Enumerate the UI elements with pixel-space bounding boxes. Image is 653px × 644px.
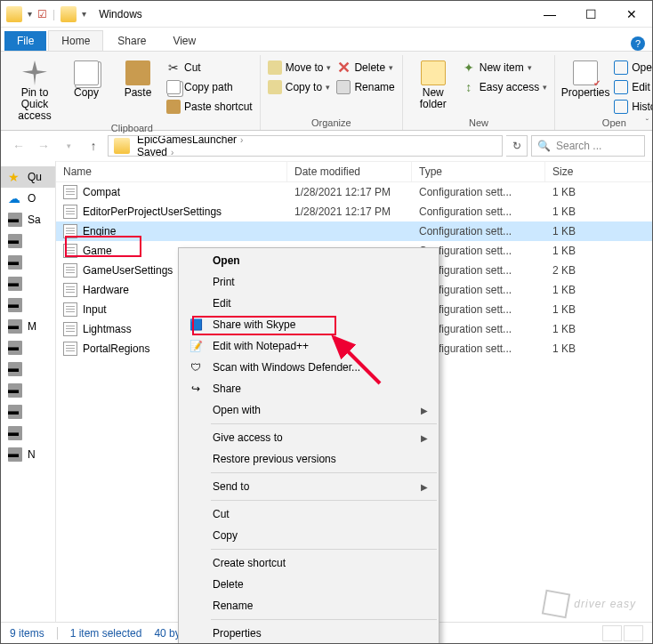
nav-item[interactable]: ▬ xyxy=(1,230,55,252)
refresh-button[interactable]: ↻ xyxy=(506,135,528,157)
edit-button[interactable]: Edit xyxy=(614,78,653,96)
file-icon xyxy=(63,263,77,278)
breadcrumb-segment[interactable]: Saved› xyxy=(135,146,245,157)
nav-item[interactable]: ▬N xyxy=(1,444,55,465)
view-thumbnails-button[interactable] xyxy=(624,625,643,641)
context-menu-item[interactable]: Restore previous versions xyxy=(181,448,437,470)
nav-item[interactable]: ▬Sa xyxy=(1,209,55,230)
nav-item[interactable]: ★Qu xyxy=(1,166,55,188)
nav-forward-button[interactable]: → xyxy=(33,135,54,157)
nav-up-button[interactable]: ↑ xyxy=(83,135,104,157)
new-folder-button[interactable]: New folder xyxy=(410,55,456,110)
rename-icon xyxy=(336,80,351,94)
open-button[interactable]: Open▾ xyxy=(614,59,653,76)
context-menu-item[interactable]: Give access to▶ xyxy=(181,427,437,448)
context-menu-item[interactable]: Copy xyxy=(181,525,437,546)
properties-icon xyxy=(573,60,598,85)
ribbon-tabs: File Home Share View ? xyxy=(1,28,652,51)
paste-icon xyxy=(125,60,150,85)
col-date[interactable]: Date modified xyxy=(287,162,412,181)
breadcrumb-segment[interactable]: EpicGamesLauncher› xyxy=(135,135,245,146)
move-to-button[interactable]: Move to▾ xyxy=(268,59,332,76)
cut-button[interactable]: ✂Cut xyxy=(166,59,253,76)
nav-recent-button[interactable]: ▾ xyxy=(58,135,79,157)
nav-item[interactable]: ▬ xyxy=(1,380,55,401)
context-menu-item[interactable]: Open with▶ xyxy=(181,399,437,421)
context-menu-item[interactable]: Create shortcut xyxy=(181,552,437,574)
tab-file[interactable]: File xyxy=(4,31,46,51)
paste-shortcut-button[interactable]: Paste shortcut xyxy=(166,98,253,116)
qat-dropdown-icon[interactable]: ▾ xyxy=(28,9,32,19)
context-menu: OpenPrintEdit🟦Share with Skype📝Edit with… xyxy=(178,247,439,644)
context-menu-item[interactable]: Delete xyxy=(181,574,437,595)
search-input[interactable]: 🔍 Search ... xyxy=(531,135,645,157)
easy-access-button[interactable]: ↕Easy access▾ xyxy=(462,78,547,96)
minimize-button[interactable]: — xyxy=(529,1,570,28)
context-menu-item[interactable]: Edit xyxy=(181,293,437,314)
menu-item-label: Restore previous versions xyxy=(213,453,428,465)
nav-item[interactable]: ▬ xyxy=(1,273,55,294)
file-name: GameUserSettings xyxy=(83,264,173,277)
tab-home[interactable]: Home xyxy=(48,30,103,51)
group-organize: Move to▾ Copy to▾ ✕Delete▾ Rename Organi… xyxy=(261,55,403,130)
qat-dropdown-icon[interactable]: ▾ xyxy=(82,9,86,19)
col-size[interactable]: Size xyxy=(545,162,652,181)
file-row[interactable]: EditorPerProjectUserSettings1/28/2021 12… xyxy=(56,202,652,221)
cut-icon: ✂ xyxy=(166,60,181,75)
menu-item-label: Cut xyxy=(213,508,428,520)
qat-check-icon[interactable]: ☑ xyxy=(37,8,47,20)
menu-item-label: Properties xyxy=(213,627,428,640)
context-menu-item[interactable]: Send to▶ xyxy=(181,476,437,497)
col-type[interactable]: Type xyxy=(412,162,545,181)
column-headers[interactable]: Name Date modified Type Size xyxy=(56,161,652,182)
context-menu-item[interactable]: Cut xyxy=(181,503,437,525)
paste-button[interactable]: Paste xyxy=(115,55,161,99)
file-type: Configuration sett... xyxy=(412,225,545,237)
group-clipboard: Pin to Quick access Copy Paste ✂Cut Copy… xyxy=(4,55,261,130)
properties-button[interactable]: Properties xyxy=(562,55,609,99)
copy-button[interactable]: Copy xyxy=(63,55,109,99)
context-menu-item[interactable]: Rename xyxy=(181,595,437,616)
star-icon: ★ xyxy=(8,170,22,184)
history-button[interactable]: History xyxy=(614,98,653,116)
view-details-button[interactable] xyxy=(602,625,622,641)
context-menu-item[interactable]: 🛡Scan with Windows Defender... xyxy=(181,357,437,378)
close-button[interactable]: ✕ xyxy=(611,1,652,28)
context-menu-item[interactable]: Print xyxy=(181,271,437,293)
nav-back-button[interactable]: ← xyxy=(8,135,29,157)
navigation-pane[interactable]: ★Qu☁O▬Sa▬▬▬▬▬M▬▬▬▬▬▬N xyxy=(1,161,56,622)
context-menu-item[interactable]: Open xyxy=(181,250,437,271)
nav-item[interactable]: ▬ xyxy=(1,294,55,316)
tab-view[interactable]: View xyxy=(160,31,208,51)
pin-to-quick-access-button[interactable]: Pin to Quick access xyxy=(12,55,58,123)
delete-button[interactable]: ✕Delete▾ xyxy=(336,59,394,76)
file-row[interactable]: Compat1/28/2021 12:17 PMConfiguration se… xyxy=(56,182,652,202)
maximize-button[interactable]: ☐ xyxy=(570,1,611,28)
context-menu-item[interactable]: ↪Share xyxy=(181,378,437,399)
context-menu-item[interactable]: Properties xyxy=(181,623,437,644)
col-name[interactable]: Name xyxy=(56,162,287,181)
menu-item-label: Delete xyxy=(213,578,428,591)
nav-item[interactable]: ▬ xyxy=(1,358,55,380)
tab-share[interactable]: Share xyxy=(105,31,158,51)
rename-button[interactable]: Rename xyxy=(336,78,394,96)
nav-item[interactable]: ▬M xyxy=(1,316,55,337)
ribbon-collapse-icon[interactable]: ˇ xyxy=(646,118,649,128)
help-icon[interactable]: ? xyxy=(631,36,645,51)
file-row[interactable]: EngineConfiguration sett...1 KB xyxy=(56,221,652,241)
group-label: Open xyxy=(602,117,626,130)
address-bar[interactable]: «›Local›EpicGamesLauncher›Saved›Config›W… xyxy=(108,135,503,157)
context-menu-item[interactable]: 🟦Share with Skype xyxy=(181,314,437,335)
nav-item[interactable]: ▬ xyxy=(1,252,55,273)
ribbon: Pin to Quick access Copy Paste ✂Cut Copy… xyxy=(1,51,652,131)
new-item-button[interactable]: ✦New item▾ xyxy=(462,59,547,76)
copy-path-button[interactable]: Copy path xyxy=(166,78,253,96)
label: Copy xyxy=(74,87,99,99)
nav-item[interactable]: ▬ xyxy=(1,401,55,423)
file-size: 1 KB xyxy=(545,342,652,355)
context-menu-item[interactable]: 📝Edit with Notepad++ xyxy=(181,335,437,357)
copy-to-button[interactable]: Copy to▾ xyxy=(268,78,332,96)
nav-item[interactable]: ☁O xyxy=(1,188,55,209)
nav-item[interactable]: ▬ xyxy=(1,423,55,444)
nav-item[interactable]: ▬ xyxy=(1,337,55,358)
